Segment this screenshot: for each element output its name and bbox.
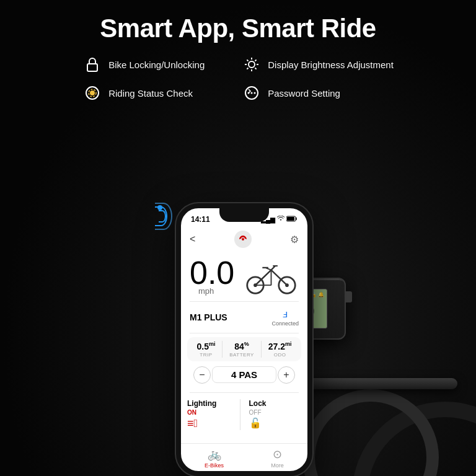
brightness-icon <box>242 55 262 74</box>
speed-value: 0.0 <box>190 257 234 289</box>
ebikes-icon: 🚲 <box>208 447 221 461</box>
nav-ebikes-label: E-Bikes <box>205 462 224 469</box>
bt-arc-large <box>155 203 172 230</box>
pas-row: − 4 PAS + <box>181 361 307 389</box>
feature-brightness-label: Display Brightness Adjustment <box>268 60 394 70</box>
phone-notch <box>219 208 269 222</box>
nav-ebikes[interactable]: 🚲 E-Bikes <box>205 447 224 469</box>
battery-icon <box>286 216 298 223</box>
bluetooth-signal <box>156 205 172 230</box>
svg-rect-0 <box>87 64 97 71</box>
more-icon: ⊙ <box>273 447 282 461</box>
feature-riding-status: Riding Status Check <box>82 83 205 103</box>
lock-label: Lock <box>249 399 267 408</box>
speed-section: 0.0 mph <box>181 252 307 298</box>
bluetooth-connected-label: Connected <box>271 320 299 327</box>
nav-more[interactable]: ⊙ More <box>271 447 284 469</box>
features-col-right: Display Brightness Adjustment Password S… <box>242 55 394 103</box>
feature-bike-lock: Bike Locking/Unlocking <box>82 55 205 74</box>
phone-mockup: 14:11 ▂▄▆ < <box>176 203 312 476</box>
svg-point-15 <box>251 92 253 94</box>
device-bell-icon: 🔔 <box>318 292 324 298</box>
speed-display: 0.0 mph <box>190 257 234 296</box>
lock-icon: 🔓 <box>249 417 302 429</box>
lighting-control[interactable]: Lighting ON ≡⃝ <box>187 399 240 430</box>
lighting-status: ON <box>187 409 240 416</box>
svg-point-4 <box>249 61 255 68</box>
device-btn-right[interactable] <box>346 291 352 302</box>
settings-icon[interactable]: ⚙ <box>290 234 299 245</box>
features-grid: Bike Locking/Unlocking Riding Status Che… <box>0 55 476 103</box>
lock-status: OFF <box>249 409 302 416</box>
feature-password: Password Setting <box>242 83 394 103</box>
battery-label: BATTERY <box>229 352 254 358</box>
lighting-icon: ≡⃝ <box>187 417 240 430</box>
stat-divider-1 <box>222 341 223 358</box>
features-col-left: Bike Locking/Unlocking Riding Status Che… <box>82 55 205 103</box>
stat-divider-2 <box>261 341 262 358</box>
divider-1 <box>190 301 299 302</box>
pas-plus-button[interactable]: + <box>278 366 295 384</box>
feature-bike-lock-label: Bike Locking/Unlocking <box>108 60 205 70</box>
stat-odo: 27.2mi ODO <box>268 341 292 358</box>
stat-battery: 84% BATTERY <box>229 341 254 358</box>
pas-minus-button[interactable]: − <box>193 366 211 384</box>
trip-label: TRIP <box>200 352 212 358</box>
lock-control[interactable]: Lock OFF 🔓 <box>240 399 302 430</box>
svg-point-19 <box>242 238 244 240</box>
model-row: M1 PLUS ⅎ Connected <box>181 306 307 329</box>
pas-value: 4 PAS <box>212 366 276 383</box>
svg-line-12 <box>247 68 249 69</box>
bike-image <box>243 254 299 298</box>
password-icon <box>242 83 262 103</box>
lock-label-row: Lock <box>249 399 302 408</box>
svg-rect-18 <box>287 217 294 221</box>
device-screen-icons: 🔒 🔔 <box>311 292 324 298</box>
divider-3 <box>190 392 299 393</box>
lock-icon <box>82 55 102 74</box>
svg-line-28 <box>271 265 275 270</box>
svg-line-11 <box>255 60 257 61</box>
divider-2 <box>190 333 299 333</box>
riding-status-icon <box>82 83 102 103</box>
main-container: Smart App, Smart Ride Bike Locking/Unloc… <box>0 0 476 476</box>
bluetooth-icon: ⅎ <box>283 308 288 320</box>
nav-more-label: More <box>271 462 284 469</box>
lighting-label-row: Lighting <box>187 399 240 408</box>
stat-trip: 0.5mi TRIP <box>196 341 215 358</box>
svg-line-10 <box>255 68 257 69</box>
svg-point-2 <box>90 90 95 95</box>
feature-riding-status-label: Riding Status Check <box>108 88 193 99</box>
phone-container: 14:11 ▂▄▆ < <box>176 203 312 476</box>
battery-value: 84% <box>234 341 249 351</box>
app-header: < ⚙ <box>181 227 307 252</box>
lighting-label: Lighting <box>187 399 216 408</box>
model-name: M1 PLUS <box>190 312 227 322</box>
feature-password-label: Password Setting <box>268 88 340 99</box>
back-button[interactable]: < <box>190 234 195 245</box>
bluetooth-status: ⅎ Connected <box>271 308 299 327</box>
bottom-section: 🔒 🔔 SPEED 00.0 <box>0 109 476 476</box>
phone-time: 14:11 <box>191 215 210 224</box>
stats-row: 0.5mi TRIP 84% BATTERY 27.2mi ODO <box>187 337 301 361</box>
feature-brightness: Display Brightness Adjustment <box>242 55 394 74</box>
controls-row: Lighting ON ≡⃝ Lock OFF 🔓 <box>181 397 307 433</box>
bottom-nav: 🚲 E-Bikes ⊙ More <box>181 443 307 471</box>
svg-point-16 <box>254 92 256 94</box>
odo-label: ODO <box>274 352 286 358</box>
app-logo <box>234 231 252 248</box>
svg-line-9 <box>247 60 249 61</box>
wifi-icon <box>277 216 284 223</box>
odo-value: 27.2mi <box>268 341 292 351</box>
trip-value: 0.5mi <box>196 341 215 351</box>
page-title: Smart App, Smart Ride <box>100 14 376 43</box>
